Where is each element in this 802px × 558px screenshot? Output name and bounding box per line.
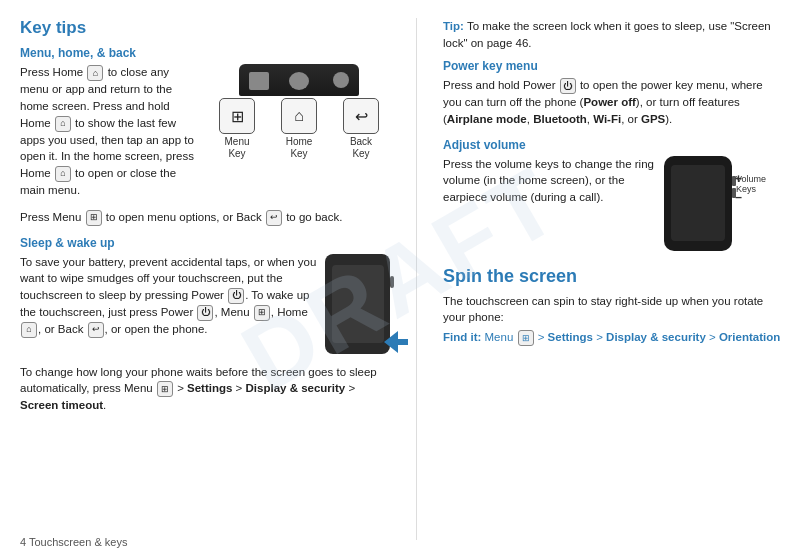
- sleep-wake-container: To save your battery, prevent accidental…: [20, 254, 390, 364]
- menu-home-back-text: Press Home ⌂ to close any menu or app an…: [20, 64, 200, 202]
- back-key-icon: ↩: [343, 98, 379, 134]
- home-icon-inline2: ⌂: [55, 116, 71, 132]
- column-divider: [416, 18, 417, 540]
- home-icon-inline: ⌂: [87, 65, 103, 81]
- home-icon-inline3: ⌂: [55, 166, 71, 182]
- power-icon-inline2: ⏻: [197, 305, 213, 321]
- tip-text-content: To make the screen lock when it goes to …: [443, 20, 771, 49]
- sleep-phone-power-btn: [390, 276, 394, 288]
- phone-bar-center-icon: [289, 72, 309, 90]
- back-key-label: BackKey: [350, 136, 372, 160]
- sleep-para2: To change how long your phone waits befo…: [20, 364, 390, 414]
- home-key-icon: ⌂: [281, 98, 317, 134]
- volume-phone-body: + – VolumeKeys: [664, 156, 732, 251]
- tip-label: Tip:: [443, 20, 464, 32]
- menu-icon-inline2: ⊞: [254, 305, 270, 321]
- menu-key-label: MenuKey: [224, 136, 249, 160]
- menu-home-back-para2: Press Menu ⊞ to open menu options, or Ba…: [20, 209, 390, 226]
- right-column: Tip: To make the screen lock when it goe…: [443, 18, 782, 540]
- section-heading-sleep-wake: Sleep & wake up: [20, 236, 390, 250]
- power-key-text: Press and hold Power ⏻ to open the power…: [443, 77, 782, 127]
- volume-phone-screen: [671, 165, 725, 241]
- find-it-block: Find it: Menu ⊞ > Settings > Display & s…: [443, 330, 782, 346]
- spin-text: The touchscreen can spin to stay right-s…: [443, 293, 782, 326]
- home-key-item: ⌂ HomeKey: [270, 98, 328, 160]
- tip-block: Tip: To make the screen lock when it goe…: [443, 18, 782, 51]
- page-title: Key tips: [20, 18, 390, 38]
- sleep-phone-screen: [332, 265, 384, 343]
- menu-icon-find-it: ⊞: [518, 330, 534, 346]
- menu-icon-inline3: ⊞: [157, 381, 173, 397]
- keys-below-row: ⊞ MenuKey ⌂ HomeKey ↩ BackKey: [208, 98, 390, 160]
- phone-bar: [239, 64, 359, 96]
- section-heading-menu-home-back: Menu, home, & back: [20, 46, 390, 60]
- volume-keys-label: VolumeKeys: [736, 174, 776, 196]
- spin-section-heading: Spin the screen: [443, 266, 782, 287]
- sleep-phone-illustration: [325, 254, 390, 354]
- power-icon-inline1: ⏻: [228, 288, 244, 304]
- back-icon-inline: ↩: [266, 210, 282, 226]
- phone-keys-illustration: ⊞ MenuKey ⌂ HomeKey ↩ BackKey: [208, 64, 390, 160]
- section-heading-power-key: Power key menu: [443, 59, 782, 73]
- svg-marker-0: [384, 331, 408, 353]
- back-key-item: ↩ BackKey: [332, 98, 390, 160]
- adjust-volume-container: + – VolumeKeys Press the volume keys to …: [443, 156, 782, 256]
- blue-arrow-decoration: [384, 331, 408, 356]
- menu-key-item: ⊞ MenuKey: [208, 98, 266, 160]
- power-icon-inline3: ⏻: [560, 78, 576, 94]
- section-heading-adjust-volume: Adjust volume: [443, 138, 782, 152]
- home-key-label: HomeKey: [286, 136, 313, 160]
- back-icon-inline2: ↩: [88, 322, 104, 338]
- left-column: Key tips Menu, home, & back Press Home ⌂…: [20, 18, 390, 540]
- page-footer: 4 Touchscreen & keys: [20, 536, 127, 548]
- home-icon-inline4: ⌂: [21, 322, 37, 338]
- find-it-label: Find it:: [443, 331, 481, 343]
- menu-home-back-para1: Press Home ⌂ to close any menu or app an…: [20, 64, 200, 198]
- sleep-phone-body: [325, 254, 390, 354]
- menu-key-icon: ⊞: [219, 98, 255, 134]
- find-it-content: Menu ⊞ > Settings > Display & security >…: [485, 331, 781, 343]
- menu-icon-inline: ⊞: [86, 210, 102, 226]
- volume-phone-illustration: + – VolumeKeys: [664, 156, 732, 251]
